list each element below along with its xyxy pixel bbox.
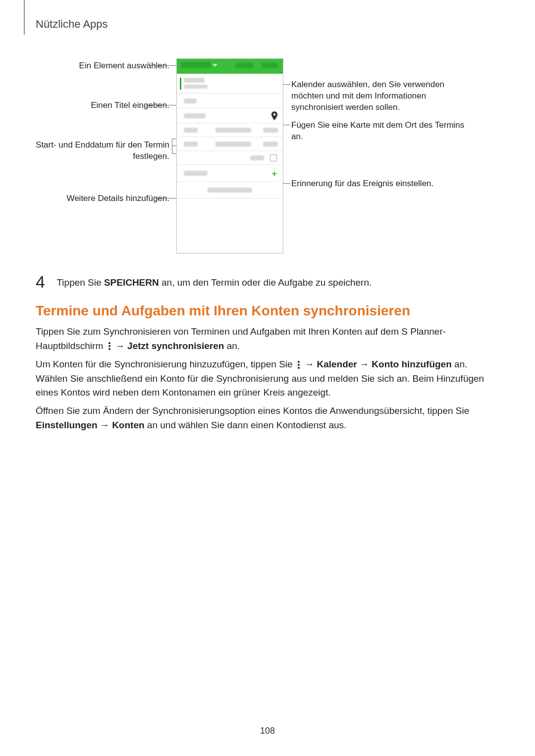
dropdown-caret-icon [213,64,217,67]
p3-c: Konten [112,420,144,430]
p2-arrow2: → [357,359,372,369]
step-number: 4 [36,272,52,292]
callout-line [146,105,179,105]
callout-line [282,84,290,85]
p2-b: Kalender [317,359,357,369]
p2-arrow1: → [302,359,317,369]
end-time-blur [263,142,278,147]
calendar-name-blur [184,78,205,83]
section-heading: Termine und Aufgaben mit Ihren Konten sy… [36,303,410,319]
cancel-label-blur [235,63,253,68]
paragraph-1: Tippen Sie zum Synchronisieren von Termi… [36,325,496,353]
reminder-label-blur [184,171,208,176]
annotated-screenshot-diagram: Ein Element auswählen. Einen Titel einge… [36,58,499,256]
callout-line [282,183,290,184]
callout-set-dates: Start- und Enddatum für den Termin festl… [36,140,169,162]
end-label-blur [184,142,198,147]
calendar-color-bar [180,78,181,90]
callout-line [150,65,178,66]
p2-a: Um Konten für die Synchronisierung hinzu… [36,359,295,369]
start-date-row [177,123,283,137]
p3-b: Einstellungen [36,420,98,430]
callout-add-details: Weitere Details hinzufügen. [36,193,169,204]
more-options-blur [208,188,252,193]
title-placeholder-blur [184,99,197,103]
phone-mockup: + [176,58,283,253]
location-pin-icon [271,111,278,120]
step-4: 4 Tippen Sie SPEICHERN an, um den Termin… [36,272,496,292]
step-text-pre: Tippen Sie [56,277,104,288]
calendar-sub-blur [184,85,208,89]
all-day-row [177,151,283,165]
location-input-row [177,108,283,123]
add-reminder-plus-icon: + [271,169,277,179]
header-vertical-rule [24,0,25,35]
phone-header-bar [177,59,283,74]
callout-line [155,198,179,199]
start-date-blur [215,128,251,133]
callout-select-element: Ein Element auswählen. [36,60,169,72]
callout-enter-title: Einen Titel eingeben. [36,100,169,111]
end-date-row [177,137,283,151]
manual-page: Nützliche Apps Ein Element auswählen. Ei… [0,0,535,756]
all-day-checkbox [270,154,277,161]
callout-add-map: Fügen Sie eine Karte mit dem Ort des Ter… [291,120,470,143]
p1-b: Jetzt synchronisieren [127,341,224,351]
step-text-post: an, um den Termin oder die Aufgabe zu sp… [159,277,372,288]
calendar-select-row [177,74,283,94]
reminder-row: + [177,165,283,182]
start-time-blur [263,128,278,133]
callout-choose-calendar: Kalender auswählen, den Sie verwenden mö… [291,79,470,113]
section-title: Nützliche Apps [36,18,108,31]
more-options-icon [106,342,113,351]
p1-c: an. [224,341,240,351]
p1-a: Tippen Sie zum Synchronisieren von Termi… [36,326,446,351]
page-number: 108 [0,726,535,736]
end-date-blur [215,142,251,147]
step-text: Tippen Sie SPEICHERN an, um den Termin o… [54,272,372,288]
p3-d: an und wählen Sie dann einen Kontodienst… [145,420,347,430]
more-options-icon [295,360,302,369]
more-options-row [177,182,283,199]
callout-line [282,125,290,125]
paragraph-3: Öffnen Sie zum Ändern der Synchronisieru… [36,404,496,432]
paragraph-2: Um Konten für die Synchronisierung hinzu… [36,357,496,400]
p2-c: Konto hinzufügen [372,359,451,369]
all-day-label-blur [250,155,264,160]
step-text-bold: SPEICHERN [104,277,159,288]
callout-set-reminder: Erinnerung für das Ereignis einstellen. [291,178,480,190]
start-label-blur [184,128,198,133]
p3-a: Öffnen Sie zum Ändern der Synchronisieru… [36,405,469,416]
p1-arrow: → [113,341,128,351]
title-input-row [177,94,283,108]
p3-arrow: → [98,420,112,430]
location-placeholder-blur [184,113,206,118]
callout-line [172,139,172,153]
add-event-label-blur [181,62,211,68]
save-label-blur [262,63,278,68]
